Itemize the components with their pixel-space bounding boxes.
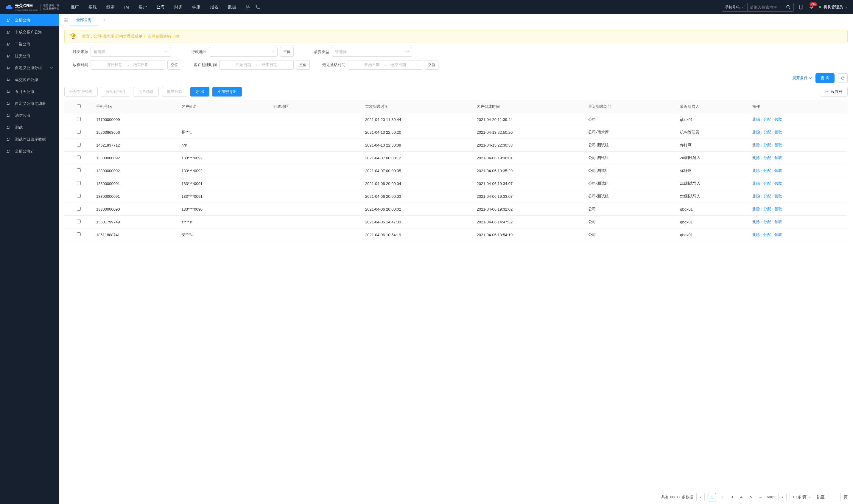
sidebar-item-4[interactable]: 自定义公海分组 — [0, 62, 59, 74]
row-assign-link[interactable]: 分配 — [763, 219, 771, 224]
row-checkbox[interactable] — [77, 143, 81, 147]
row-checkbox[interactable] — [77, 181, 81, 185]
query-button[interactable]: 查 询 — [815, 73, 835, 83]
notification-bell[interactable]: 99+ — [809, 4, 814, 11]
sidebar-item-11[interactable]: 全部公海2 — [0, 145, 59, 157]
next-page-button[interactable]: › — [778, 493, 786, 501]
export-button[interactable]: 导 出 — [190, 87, 210, 96]
nav-item-3[interactable]: IM — [120, 0, 133, 14]
nav-item-6[interactable]: 财务 — [170, 0, 187, 14]
row-receive-link[interactable]: 领取 — [774, 168, 782, 173]
page-4[interactable]: 4 — [738, 495, 745, 499]
sidebar-item-1[interactable]: 非成交客户公海 — [0, 26, 59, 38]
row-assign-link[interactable]: 分配 — [763, 206, 771, 212]
row-receive-link[interactable]: 领取 — [774, 130, 782, 135]
search-type-select[interactable]: 手机号码 — [722, 3, 748, 11]
batch-receive-button[interactable]: 批量领取 — [133, 87, 159, 96]
reset-button[interactable] — [838, 73, 848, 83]
row-delete-link[interactable]: 删除 — [752, 142, 760, 148]
filter-create-time-null[interactable]: 空值 — [296, 60, 310, 70]
row-checkbox[interactable] — [77, 207, 81, 211]
row-delete-link[interactable]: 删除 — [752, 181, 760, 186]
expand-filters-link[interactable]: 展开条件 — [792, 75, 812, 81]
page-2[interactable]: 2 — [719, 495, 726, 499]
row-checkbox[interactable] — [77, 194, 81, 198]
nav-item-9[interactable]: 数据 — [224, 0, 240, 14]
select-all-checkbox[interactable] — [77, 104, 81, 108]
filter-abandon-time-null[interactable]: 空值 — [167, 60, 181, 70]
prev-page-button[interactable]: ‹ — [696, 493, 705, 501]
row-delete-link[interactable]: 删除 — [752, 117, 760, 122]
filter-region-select[interactable] — [209, 47, 277, 57]
nav-item-1[interactable]: 客服 — [84, 0, 101, 14]
assign-manager-button[interactable]: 分配客户经理 — [64, 87, 98, 96]
tablet-icon[interactable] — [798, 4, 804, 10]
row-assign-link[interactable]: 分配 — [763, 181, 771, 186]
row-receive-link[interactable]: 领取 — [774, 142, 782, 148]
row-receive-link[interactable]: 领取 — [774, 232, 782, 237]
nav-item-0[interactable]: 推广 — [67, 0, 83, 14]
row-checkbox[interactable] — [77, 219, 81, 223]
row-assign-link[interactable]: 分配 — [763, 168, 771, 173]
nav-item-2[interactable]: 线索 — [102, 0, 119, 14]
nav-item-5[interactable]: 公海 — [152, 0, 169, 14]
export-plain-button[interactable]: 不加密导出 — [212, 87, 242, 96]
add-user-icon[interactable] — [244, 4, 251, 10]
row-assign-link[interactable]: 分配 — [763, 155, 771, 161]
logo[interactable]: 云朵CRM www.yunduocrm.com 教育机构一站 式服务云平台 — [5, 3, 59, 11]
filter-last-call-null[interactable]: 空值 — [425, 60, 438, 70]
jump-page-input[interactable] — [828, 493, 841, 501]
sidebar-item-2[interactable]: 二咨公海 — [0, 38, 59, 50]
row-delete-link[interactable]: 删除 — [752, 219, 760, 224]
page-last[interactable]: 6882 — [767, 495, 775, 499]
filter-region-null[interactable]: 空值 — [280, 47, 294, 57]
sidebar-item-3[interactable]: 注安公海 — [0, 50, 59, 62]
user-menu[interactable]: 机构管理员 — [819, 4, 848, 10]
row-checkbox[interactable] — [77, 130, 81, 134]
row-assign-link[interactable]: 分配 — [763, 117, 771, 122]
assign-dept-button[interactable]: 分配到部门 — [101, 87, 130, 96]
page-5[interactable]: 5 — [748, 495, 754, 499]
sidebar-item-7[interactable]: 自定义公海过滤器 — [0, 98, 59, 110]
filter-abandon-time-range[interactable]: 开始日期~结束日期 — [91, 60, 165, 70]
nav-item-8[interactable]: 报名 — [206, 0, 222, 14]
page-ellipsis[interactable]: ··· — [757, 495, 764, 499]
row-delete-link[interactable]: 删除 — [752, 206, 760, 212]
row-checkbox[interactable] — [77, 156, 81, 159]
sidebar-item-0[interactable]: 全部公海 — [0, 14, 59, 26]
page-3[interactable]: 3 — [728, 495, 735, 499]
nav-item-7[interactable]: 学服 — [188, 0, 205, 14]
row-checkbox[interactable] — [77, 168, 81, 172]
row-receive-link[interactable]: 领取 — [774, 194, 782, 199]
row-assign-link[interactable]: 分配 — [763, 194, 771, 199]
row-receive-link[interactable]: 领取 — [774, 206, 782, 212]
phone-icon[interactable] — [255, 4, 260, 10]
filter-source-select[interactable]: 请选择 — [91, 47, 171, 57]
row-delete-link[interactable]: 删除 — [752, 130, 760, 135]
row-delete-link[interactable]: 删除 — [752, 168, 760, 173]
row-delete-link[interactable]: 删除 — [752, 194, 760, 199]
row-delete-link[interactable]: 删除 — [752, 155, 760, 161]
filter-last-call-range[interactable]: 开始日期~结束日期 — [348, 60, 422, 70]
set-columns-button[interactable]: 设置列 — [820, 87, 848, 96]
sidebar-item-10[interactable]: 测试昨日回库数据 — [0, 133, 59, 145]
search-button[interactable] — [783, 3, 794, 11]
row-assign-link[interactable]: 分配 — [763, 232, 771, 237]
row-receive-link[interactable]: 领取 — [774, 181, 782, 186]
tab-all-sea[interactable]: 全部公海 — [70, 14, 98, 26]
tab-add-button[interactable]: + — [98, 18, 110, 23]
collapse-sidebar-button[interactable] — [62, 16, 70, 24]
search-input[interactable] — [748, 3, 783, 11]
nav-item-4[interactable]: 客户 — [134, 0, 151, 14]
page-size-select[interactable]: 10 条/页 — [790, 493, 814, 501]
sidebar-item-8[interactable]: 消防公海 — [0, 110, 59, 122]
row-receive-link[interactable]: 领取 — [774, 117, 782, 122]
row-checkbox[interactable] — [77, 232, 81, 236]
row-delete-link[interactable]: 删除 — [752, 232, 760, 237]
sidebar-item-5[interactable]: 成交客户公海 — [0, 74, 59, 86]
row-receive-link[interactable]: 领取 — [774, 155, 782, 161]
sidebar-item-9[interactable]: 测试 — [0, 122, 59, 133]
filter-create-time-range[interactable]: 开始日期~结束日期 — [219, 60, 294, 70]
row-receive-link[interactable]: 领取 — [774, 219, 782, 224]
page-1[interactable]: 1 — [708, 493, 716, 501]
